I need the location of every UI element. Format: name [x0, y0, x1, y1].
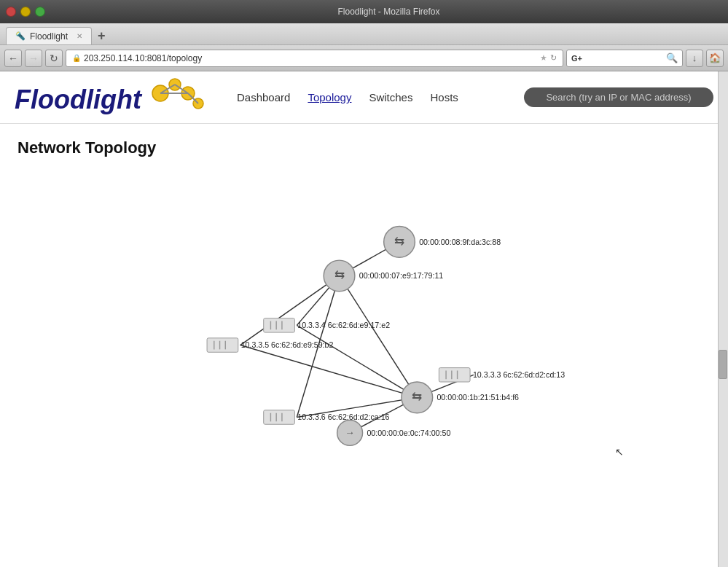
maximize-button[interactable]: [35, 7, 45, 17]
close-button[interactable]: [6, 7, 16, 17]
sw4-label: 00:00:00:0e:0c:74:00:50: [367, 429, 450, 437]
switch-sw4[interactable]: →: [337, 420, 363, 445]
svg-text:⇆: ⇆: [334, 267, 345, 282]
svg-text:⇆: ⇆: [412, 389, 422, 404]
nav-switches[interactable]: Switches: [369, 91, 412, 103]
nav-links: Dashboard Topology Switches Hosts: [237, 91, 458, 103]
link-sw3-h1: [297, 325, 417, 397]
search-provider-icon: G+: [571, 54, 582, 63]
topology-canvas[interactable]: ⇆ 00:00:00:08:9f:da:3c:88 ⇆ 00:00:00:07:…: [17, 169, 711, 548]
back-button[interactable]: ←: [4, 50, 22, 67]
url-bar[interactable]: 🔒 203.250.114.10:8081/topology ★ ↻: [66, 50, 563, 67]
page-title: Network Topology: [17, 138, 711, 157]
home-button[interactable]: 🏠: [706, 50, 724, 67]
window-title: Floodlight - Mozilla Firefox: [55, 7, 722, 17]
link-sw2-sw3: [340, 275, 418, 397]
new-tab-button[interactable]: +: [95, 27, 109, 44]
url-lock-icon: 🔒: [72, 54, 81, 62]
logo-area: Floodlight Dashboard Topology Switches H…: [15, 77, 458, 117]
h2-label: 10.3.3.5 6c:62:6d:e9:59:b2: [241, 340, 334, 349]
cursor-indicator: ↖: [615, 447, 624, 458]
svg-rect-25: [439, 368, 470, 382]
scrollbar[interactable]: [718, 71, 728, 567]
tab-floodlight[interactable]: 🔦 Floodlight ✕: [6, 27, 92, 44]
switch-sw1[interactable]: ⇆: [384, 227, 415, 258]
svg-rect-21: [207, 338, 238, 352]
tab-bar: 🔦 Floodlight ✕ +: [0, 23, 728, 45]
svg-text:⇆: ⇆: [394, 234, 404, 249]
download-button[interactable]: ↓: [686, 50, 703, 67]
sw2-label: 00:00:00:07:e9:17:79:11: [359, 271, 444, 280]
sw1-label: 00:00:00:08:9f:da:3c:88: [419, 238, 501, 246]
url-text: 203.250.114.10:8081/topology: [84, 53, 202, 63]
browser-content: Floodlight Dashboard Topology Switches H…: [0, 71, 728, 567]
forward-button[interactable]: →: [25, 50, 42, 67]
reload-button[interactable]: ↻: [45, 50, 63, 67]
sw3-label: 00:00:00:1b:21:51:b4:f6: [437, 393, 519, 402]
page-content: Network Topology: [0, 124, 728, 563]
svg-rect-29: [264, 410, 295, 424]
switch-sw3[interactable]: ⇆: [402, 382, 433, 413]
tab-label: Floodlight: [30, 31, 68, 42]
topology-svg: ⇆ 00:00:00:08:9f:da:3c:88 ⇆ 00:00:00:07:…: [17, 169, 711, 548]
link-sw3-h2: [240, 345, 418, 398]
nav-hosts[interactable]: Hosts: [430, 91, 458, 103]
tab-favicon: 🔦: [15, 31, 26, 41]
floodlight-logo[interactable]: Floodlight: [15, 77, 208, 117]
tab-close-icon[interactable]: ✕: [77, 32, 82, 40]
host-h1[interactable]: [264, 318, 295, 332]
url-star-icon[interactable]: ★: [540, 53, 547, 63]
h1-label: 10.3.3.4 6c:62:6d:e9:17:e2: [297, 321, 390, 329]
svg-rect-17: [264, 318, 295, 332]
svg-text:→: →: [345, 427, 355, 438]
app-header: Floodlight Dashboard Topology Switches H…: [0, 71, 728, 124]
svg-text:Floodlight: Floodlight: [15, 85, 143, 114]
h3-label: 10.3.3.3 6c:62:6d:d2:cd:13: [473, 370, 565, 379]
address-bar: ← → ↻ 🔒 203.250.114.10:8081/topology ★ ↻…: [0, 45, 728, 71]
link-sw2-h2: [240, 275, 340, 345]
host-h4[interactable]: [264, 410, 295, 424]
nav-dashboard[interactable]: Dashboard: [237, 91, 290, 103]
host-h2[interactable]: [207, 338, 238, 352]
switch-sw2[interactable]: ⇆: [324, 260, 355, 292]
titlebar: Floodlight - Mozilla Firefox: [0, 0, 728, 23]
nav-topology[interactable]: Topology: [308, 91, 351, 103]
host-h3[interactable]: [439, 368, 470, 382]
h4-label: 10.3.3.6 6c:62:6d:d2:ca:16: [297, 412, 389, 421]
browser-search-icon[interactable]: 🔍: [666, 52, 678, 63]
app-search-bar[interactable]: Search (try an IP or MAC address): [524, 87, 713, 107]
minimize-button[interactable]: [20, 7, 31, 17]
scrollbar-thumb[interactable]: [719, 350, 727, 379]
browser-search-box[interactable]: G+ 🔍: [566, 50, 683, 67]
url-refresh-icon[interactable]: ↻: [550, 53, 557, 63]
